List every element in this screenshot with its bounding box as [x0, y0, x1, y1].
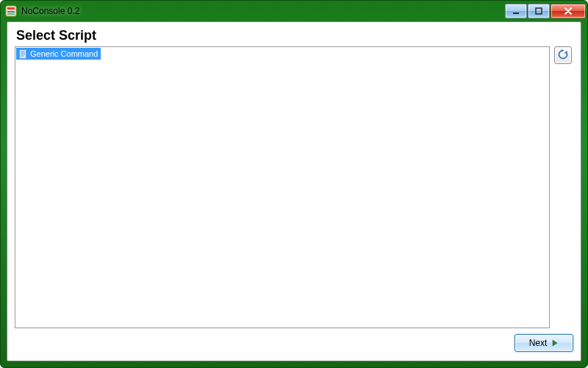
client-area: Select Script Generic Command: [7, 21, 581, 361]
refresh-icon: [557, 49, 569, 63]
minimize-button[interactable]: [505, 4, 527, 18]
list-item-label: Generic Command: [30, 49, 98, 58]
next-arrow-icon: [551, 339, 559, 347]
next-button[interactable]: Next: [514, 334, 573, 352]
script-file-icon: [18, 49, 28, 59]
side-column: [554, 46, 573, 328]
window-title: NoConsole 0.2: [21, 6, 504, 16]
refresh-button[interactable]: [554, 46, 572, 64]
content-row: Generic Command: [15, 46, 573, 328]
list-item[interactable]: Generic Command: [16, 48, 101, 60]
titlebar[interactable]: NoConsole 0.2: [1, 1, 587, 21]
page-heading: Select Script: [16, 28, 573, 43]
maximize-button[interactable]: [528, 4, 550, 18]
svg-rect-4: [513, 13, 519, 14]
window-controls: [504, 4, 586, 18]
svg-rect-6: [19, 49, 26, 58]
footer: Next: [15, 328, 573, 353]
script-list[interactable]: Generic Command: [15, 46, 550, 328]
application-window: NoConsole 0.2 Select Script: [0, 0, 588, 368]
svg-rect-1: [7, 7, 15, 10]
next-button-label: Next: [529, 338, 548, 348]
app-icon: [5, 5, 17, 17]
svg-rect-3: [7, 13, 15, 15]
svg-rect-2: [7, 11, 15, 13]
svg-rect-5: [536, 8, 542, 14]
close-button[interactable]: [551, 4, 586, 18]
